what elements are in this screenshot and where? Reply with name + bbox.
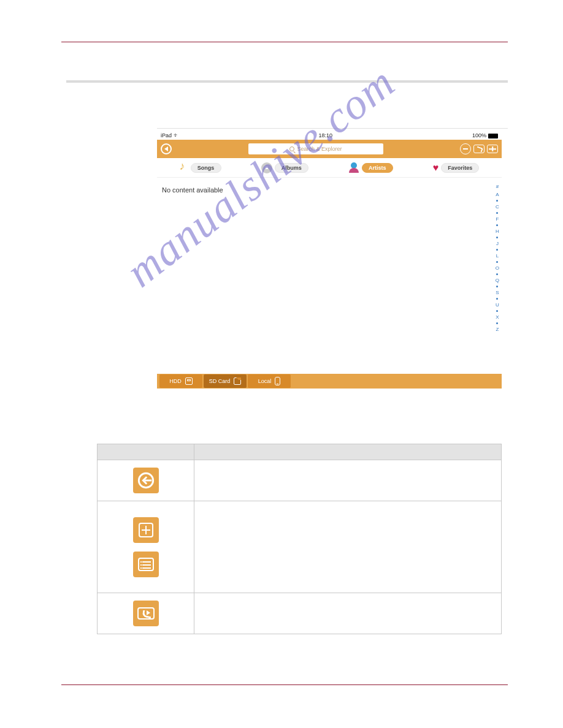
index-dot [496, 237, 498, 238]
tab-artists[interactable]: Artists [348, 162, 393, 173]
tab-favorites[interactable]: ♥ Favorites [433, 163, 480, 173]
index-dot [496, 298, 498, 300]
tab-label: SD Card [209, 378, 231, 384]
search-placeholder: Search & Explorer [297, 146, 342, 152]
page-bottom-rule [61, 684, 508, 685]
table-row [98, 593, 502, 634]
category-bar: Songs Albums Artists ♥ Favorites [157, 158, 502, 178]
index-letter[interactable]: A [496, 192, 499, 197]
screenshot-top-rule [157, 128, 508, 129]
index-letter[interactable]: H [496, 229, 499, 234]
page-top-rule [61, 42, 508, 42]
content-area: No content available # A C F H J L O Q S… [157, 178, 502, 374]
status-carrier: iPad ᯤ [161, 132, 179, 138]
index-dot [496, 286, 498, 287]
description-cell [194, 593, 502, 634]
tab-songs[interactable]: Songs [180, 162, 221, 173]
header-description [194, 444, 502, 460]
artist-icon [348, 162, 359, 173]
index-letter[interactable]: U [496, 302, 499, 308]
description-cell [194, 501, 502, 593]
status-time: 18:10 [179, 132, 472, 138]
tab-label: Songs [191, 163, 221, 173]
index-dot [496, 310, 498, 312]
index-letter[interactable]: C [496, 204, 499, 210]
alpha-index[interactable]: # A C F H J L O Q S U X Z [496, 184, 499, 332]
grid-view-icon [133, 517, 159, 543]
sdcard-icon [234, 377, 241, 385]
index-letter[interactable]: S [496, 290, 499, 295]
tab-albums[interactable]: Albums [261, 162, 308, 173]
index-letter[interactable]: X [496, 314, 499, 320]
tab-label: Artists [362, 163, 393, 173]
disc-icon [261, 162, 272, 173]
index-letter[interactable]: Z [496, 327, 499, 332]
tab-label: Local [258, 378, 272, 384]
index-dot [496, 322, 498, 324]
tab-label: HDD [169, 378, 182, 384]
back-icon[interactable] [161, 143, 172, 154]
table-row [98, 460, 502, 501]
icon-legend-table [97, 444, 502, 634]
empty-state-text: No content available [157, 178, 502, 202]
index-letter[interactable]: F [496, 216, 499, 222]
tab-sdcard[interactable]: SD Card [204, 374, 247, 388]
index-letter[interactable]: Q [496, 278, 499, 283]
app-screenshot: iPad ᯤ 18:10 100% Search & Explorer Song… [157, 131, 502, 387]
description-cell [194, 460, 502, 501]
index-letter[interactable]: L [496, 253, 499, 259]
index-letter[interactable]: J [496, 241, 499, 246]
hdd-icon [185, 377, 193, 385]
status-battery: 100% [472, 132, 498, 138]
list-view-icon [133, 552, 159, 577]
phone-icon [275, 377, 280, 385]
table-row [98, 501, 502, 593]
tab-label: Albums [275, 163, 308, 173]
search-icon [289, 146, 294, 151]
tab-hdd[interactable]: HDD [159, 374, 202, 388]
index-letter[interactable]: O [496, 265, 499, 271]
index-dot [496, 249, 498, 251]
heart-icon: ♥ [433, 163, 439, 173]
header-icon [98, 444, 194, 460]
index-dot [496, 200, 498, 202]
back-button-icon [133, 468, 159, 493]
app-topbar: Search & Explorer [157, 140, 502, 158]
section-sub-rule [66, 80, 508, 83]
index-dot [496, 212, 498, 214]
ios-statusbar: iPad ᯤ 18:10 100% [157, 131, 502, 140]
music-note-icon [180, 162, 188, 173]
tab-local[interactable]: Local [248, 374, 291, 388]
index-letter[interactable]: # [496, 184, 499, 189]
search-input[interactable]: Search & Explorer [248, 143, 383, 154]
view-grid-icon[interactable] [487, 145, 498, 153]
index-dot [496, 273, 498, 275]
share-button-icon [133, 601, 159, 626]
index-dot [496, 224, 498, 226]
tab-label: Favorites [441, 163, 479, 173]
share-icon[interactable] [473, 145, 484, 153]
wifi-icon: ᯤ [174, 132, 179, 138]
index-dot [496, 261, 498, 263]
now-playing-icon[interactable] [460, 143, 471, 154]
storage-bar: HDD SD Card Local [157, 374, 502, 389]
table-header-row [98, 444, 502, 460]
